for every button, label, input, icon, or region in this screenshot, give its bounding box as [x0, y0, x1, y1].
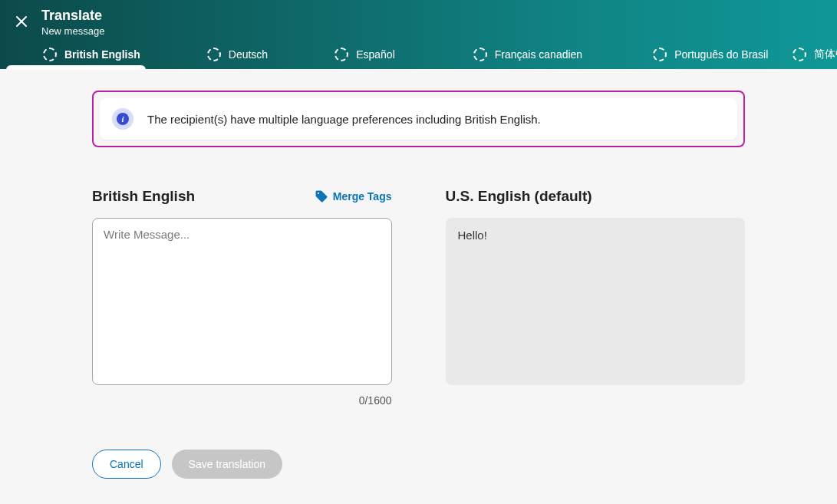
tab-label: Français canadien	[495, 48, 582, 61]
page-title: Translate	[41, 8, 104, 24]
tab-label: Português do Brasil	[674, 48, 768, 61]
tab-label: Español	[356, 48, 395, 61]
info-highlight-box: i The recipient(s) have multiple languag…	[92, 91, 745, 147]
tab-francais-canadien[interactable]: Français canadien	[461, 40, 595, 69]
tab-label: 简体中文	[814, 48, 837, 61]
info-text: The recipient(s) have multiple language …	[147, 113, 541, 126]
close-button[interactable]	[11, 11, 32, 32]
save-translation-button[interactable]: Save translation	[172, 450, 282, 479]
progress-circle-icon	[653, 48, 667, 61]
character-count: 0/1600	[92, 394, 392, 407]
tab-label: British English	[64, 48, 140, 61]
info-icon: i	[112, 108, 133, 130]
language-tabs: British English Deutsch Español Français…	[0, 40, 837, 69]
active-tab-indicator	[6, 65, 146, 70]
close-icon	[15, 15, 28, 28]
translation-editor-panel: British English Merge Tags 0/1600	[92, 186, 392, 407]
action-buttons: Cancel Save translation	[92, 450, 745, 479]
merge-tags-label: Merge Tags	[333, 190, 392, 203]
translation-textarea[interactable]	[92, 218, 392, 385]
info-banner: i The recipient(s) have multiple languag…	[100, 98, 737, 140]
tab-label: Deutsch	[229, 48, 268, 61]
progress-circle-icon	[43, 48, 57, 61]
tab-deutsch[interactable]: Deutsch	[195, 40, 280, 69]
default-language-title: U.S. English (default)	[446, 188, 592, 205]
progress-circle-icon	[207, 48, 221, 61]
header: Translate New message British English De…	[0, 0, 837, 69]
content-area: i The recipient(s) have multiple languag…	[0, 69, 837, 494]
default-message-content: Hello!	[446, 218, 746, 385]
tab-chinese-simplified[interactable]: 简体中文	[780, 40, 837, 69]
progress-circle-icon	[334, 48, 348, 61]
tab-portugues-brasil[interactable]: Português do Brasil	[641, 40, 780, 69]
progress-circle-icon	[793, 48, 806, 61]
default-language-panel: U.S. English (default) Hello!	[446, 186, 746, 407]
progress-circle-icon	[473, 48, 487, 61]
cancel-button[interactable]: Cancel	[92, 450, 161, 479]
page-subtitle: New message	[41, 25, 104, 37]
editor-language-title: British English	[92, 188, 195, 205]
tab-espanol[interactable]: Español	[322, 40, 407, 69]
tag-icon	[315, 189, 328, 203]
merge-tags-button[interactable]: Merge Tags	[315, 189, 392, 203]
